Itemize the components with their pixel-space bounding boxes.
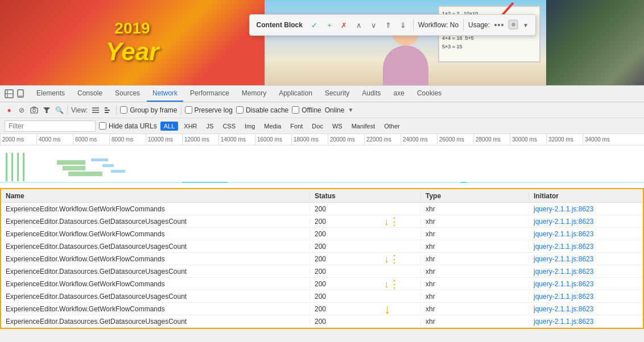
filter-tag-doc[interactable]: Doc (308, 122, 327, 131)
filter-tag-xhr[interactable]: XHR (180, 122, 200, 131)
tab-security[interactable]: Security (319, 86, 355, 102)
tab-cookies[interactable]: Cookies (411, 86, 447, 102)
tab-console[interactable]: Console (72, 86, 108, 102)
td-initiator-6[interactable]: jquery-2.1.1.js:8623 (529, 280, 643, 288)
td-initiator-5[interactable]: jquery-2.1.1.js:8623 (529, 268, 643, 276)
tab-memory[interactable]: Memory (236, 86, 272, 102)
stop-button[interactable]: ⊘ (17, 106, 26, 115)
sep-3 (181, 106, 181, 115)
offline-input[interactable] (292, 106, 299, 114)
list-view-icon[interactable] (91, 106, 100, 115)
filter-input[interactable] (5, 120, 96, 132)
inspect-icon[interactable] (5, 89, 14, 98)
td-type-3: xhr (421, 243, 529, 251)
hide-data-urls-input[interactable] (99, 122, 106, 130)
devtools-tab-bar: Elements Console Sources Network Perform… (0, 85, 644, 102)
table-row[interactable]: ExperienceEditor.Workflow.GetWorkFlowCom… (1, 203, 643, 215)
disable-cache-input[interactable] (236, 106, 243, 114)
ruler-0: 2000 ms (0, 134, 24, 145)
cb-check-icon[interactable]: ✓ (309, 20, 320, 30)
cb-down-icon[interactable]: ∨ (369, 20, 379, 30)
cb-up-icon[interactable]: ∧ (354, 20, 364, 30)
table-row[interactable]: ExperienceEditor.Datasources.GetDatasour… (1, 265, 643, 278)
record-button[interactable]: ● (5, 106, 14, 115)
view-label: View: (71, 106, 88, 114)
search-button[interactable]: 🔍 (55, 106, 64, 115)
td-name-2: ExperienceEditor.Workflow.GetWorkFlowCom… (1, 230, 310, 238)
ruler-16: 34000 ms (583, 134, 610, 145)
th-initiator: Initiator (529, 192, 643, 200)
table-row[interactable]: ExperienceEditor.Workflow.GetWorkFlowCom… (1, 303, 643, 315)
filter-button[interactable] (42, 106, 51, 115)
svg-marker-12 (43, 107, 50, 113)
table-row[interactable]: ExperienceEditor.Workflow.GetWorkFlowCom… (1, 253, 643, 265)
td-type-7: xhr (421, 293, 529, 301)
filter-tag-js[interactable]: JS (203, 122, 217, 131)
table-row[interactable]: ExperienceEditor.Workflow.GetWorkFlowCom… (1, 278, 643, 290)
hide-data-urls-checkbox[interactable]: Hide data URLs (99, 122, 157, 130)
filter-tag-media[interactable]: Media (261, 122, 284, 131)
td-type-2: xhr (421, 230, 529, 238)
cb-add-icon[interactable]: + (324, 20, 335, 30)
cb-dropdown-arrow[interactable]: ▼ (523, 22, 529, 28)
ruler-3: 8000 ms (109, 134, 133, 145)
ruler-7: 16000 ms (255, 134, 282, 145)
devtools-container: Elements Console Sources Network Perform… (0, 85, 644, 329)
td-initiator-4[interactable]: jquery-2.1.1.js:8623 (529, 255, 643, 263)
group-by-frame-checkbox[interactable]: Group by frame (120, 106, 177, 114)
filter-tag-img[interactable]: Img (241, 122, 258, 131)
camera-button[interactable] (30, 106, 39, 115)
table-row[interactable]: ExperienceEditor.Datasources.GetDatasour… (1, 315, 643, 328)
td-status-4: 200 ↓⋮ (310, 255, 421, 263)
filter-tag-ws[interactable]: WS (329, 122, 346, 131)
cb-usage-dots (494, 24, 503, 26)
cb-settings-button[interactable]: ⚙ (508, 19, 518, 31)
td-name-6: ExperienceEditor.Workflow.GetWorkFlowCom… (1, 280, 310, 288)
filter-tag-font[interactable]: Font (287, 122, 306, 131)
top-images-section: 2019 Year 1×2 = 2 10×10 2×3 = 6 11+11 3×… (0, 0, 644, 85)
table-row[interactable]: ExperienceEditor.Workflow.GetWorkFlowCom… (1, 228, 643, 240)
table-row[interactable]: ExperienceEditor.Datasources.GetDatasour… (1, 215, 643, 228)
td-initiator-2[interactable]: jquery-2.1.1.js:8623 (529, 230, 643, 238)
tab-sources[interactable]: Sources (109, 86, 146, 102)
ruler-12: 26000 ms (437, 134, 464, 145)
offline-checkbox[interactable]: Offline (292, 106, 321, 114)
table-row[interactable]: ExperienceEditor.Datasources.GetDatasour… (1, 240, 643, 253)
td-initiator-1[interactable]: jquery-2.1.1.js:8623 (529, 218, 643, 226)
filter-tag-manifest[interactable]: Manifest (348, 122, 379, 131)
cb-close-icon[interactable]: ✗ (339, 20, 349, 30)
svg-marker-11 (32, 107, 36, 108)
device-icon[interactable] (16, 89, 25, 98)
td-initiator-7[interactable]: jquery-2.1.1.js:8623 (529, 293, 643, 301)
td-status-0: 200 (310, 205, 421, 213)
td-initiator-0[interactable]: jquery-2.1.1.js:8623 (529, 205, 643, 213)
tab-elements[interactable]: Elements (31, 86, 71, 102)
ruler-6: 14000 ms (218, 134, 246, 145)
right-image (546, 0, 644, 85)
separator-2 (463, 19, 464, 31)
tab-application[interactable]: Application (273, 86, 318, 102)
table-row[interactable]: ExperienceEditor.Datasources.GetDatasour… (1, 290, 643, 303)
td-initiator-8[interactable]: jquery-2.1.1.js:8623 (529, 305, 643, 313)
filter-tag-other[interactable]: Other (381, 122, 403, 131)
th-status: Status (310, 192, 421, 200)
disable-cache-checkbox[interactable]: Disable cache (236, 106, 288, 114)
tab-audits[interactable]: Audits (356, 86, 386, 102)
cb-top-icon[interactable]: ⇑ (383, 20, 394, 30)
cb-bottom-icon[interactable]: ⇓ (398, 20, 408, 30)
filter-tag-all[interactable]: ALL (160, 122, 179, 131)
waterfall-view-icon[interactable] (104, 106, 113, 115)
td-status-2: 200 (310, 230, 421, 238)
ruler-10: 22000 ms (364, 134, 391, 145)
filter-tag-css[interactable]: CSS (219, 122, 239, 131)
tab-axe[interactable]: axe (388, 86, 410, 102)
group-by-frame-input[interactable] (120, 106, 127, 114)
tab-performance[interactable]: Performance (184, 86, 235, 102)
td-type-4: xhr (421, 255, 529, 263)
preserve-log-checkbox[interactable]: Preserve log (185, 106, 233, 114)
tab-network[interactable]: Network (147, 86, 183, 102)
td-initiator-3[interactable]: jquery-2.1.1.js:8623 (529, 243, 643, 251)
td-initiator-9[interactable]: jquery-2.1.1.js:8623 (529, 318, 643, 326)
preserve-log-input[interactable] (185, 106, 192, 114)
online-dropdown[interactable]: ▼ (348, 107, 353, 113)
